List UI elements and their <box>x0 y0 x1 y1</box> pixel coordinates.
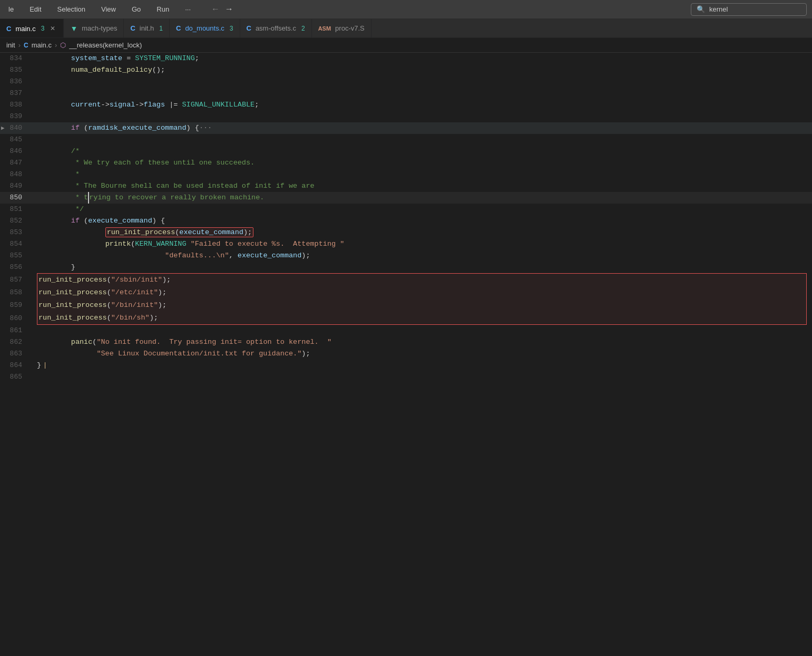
line-number-852: 852 <box>0 215 32 227</box>
code-line-865: 865 <box>0 371 812 383</box>
line-number-859: 859 <box>0 300 32 311</box>
search-input[interactable] <box>709 5 794 13</box>
code-content-838: current->signal->flags |= SIGNAL_UNKILLA… <box>32 99 812 111</box>
c-icon-2: C <box>130 24 135 32</box>
line-number-861: 861 <box>0 325 32 336</box>
tab-label-mach-types: mach-types <box>82 24 117 32</box>
menu-item-edit[interactable]: Edit <box>26 3 44 15</box>
code-area: 834 system_state = SYSTEM_RUNNING; 835 n… <box>0 53 812 656</box>
line-number-858: 858 <box>0 287 32 298</box>
menu-bar: le Edit Selection View Go Run ··· <box>5 3 194 15</box>
line-number-857: 857 <box>0 274 32 286</box>
code-content-840: if (ramdisk_execute_command) {··· <box>32 122 812 134</box>
menu-item-view[interactable]: View <box>98 3 119 15</box>
tab-badge-do-mounts-c: 3 <box>230 25 233 32</box>
code-line-834: 834 system_state = SYSTEM_RUNNING; <box>0 53 812 64</box>
code-content-862: panic("No init found. Try passing init= … <box>32 336 812 348</box>
code-line-860: 860 run_init_process("/bin/sh"); <box>0 312 812 325</box>
code-line-851: 851 */ <box>0 204 812 215</box>
code-line-848: 848 * <box>0 169 812 180</box>
tab-mach-types[interactable]: ▼ mach-types <box>64 19 124 37</box>
code-line-852: 852 if (execute_command) { <box>0 215 812 227</box>
code-content-857: run_init_process("/sbin/init"); <box>32 273 812 286</box>
tab-badge-asm-offsets-c: 2 <box>301 25 305 32</box>
line-number-836: 836 <box>0 76 32 88</box>
collapse-arrow-840[interactable]: ▶ <box>1 122 5 134</box>
code-line-840: ▶ 840 if (ramdisk_execute_command) {··· <box>0 122 812 134</box>
menu-item-run[interactable]: Run <box>153 3 172 15</box>
code-content-863: "See Linux Documentation/init.txt for gu… <box>32 348 812 360</box>
code-line-858: 858 run_init_process("/etc/init"); <box>0 286 812 299</box>
tab-close-main-c[interactable]: ✕ <box>48 24 57 33</box>
line-number-850: 850 <box>0 192 32 204</box>
line-number-849: 849 <box>0 180 32 192</box>
breadcrumb-main-c[interactable]: main.c <box>32 41 52 49</box>
line-number-838: 838 <box>0 99 32 111</box>
menu-item-le[interactable]: le <box>5 3 17 15</box>
code-line-838: 838 current->signal->flags |= SIGNAL_UNK… <box>0 99 812 111</box>
code-line-864: 864 }| <box>0 360 812 371</box>
line-number-863: 863 <box>0 348 32 360</box>
breadcrumb-sep-2: › <box>55 41 57 49</box>
nav-arrows: ← → <box>210 4 234 15</box>
breadcrumb-init[interactable]: init <box>6 41 15 49</box>
tab-badge-init-h: 1 <box>159 25 163 32</box>
code-line-863: 863 "See Linux Documentation/init.txt fo… <box>0 348 812 360</box>
menu-item-go[interactable]: Go <box>129 3 144 15</box>
code-line-850: 850 * t rying to recover a really broken… <box>0 192 812 204</box>
code-line-835: 835 numa_default_policy(); <box>0 64 812 76</box>
code-content-855: "defaults...\n", execute_command); <box>32 250 812 262</box>
breadcrumb: init › C main.c › ⬡ __releases(kernel_lo… <box>0 38 812 53</box>
line-number-840: ▶ 840 <box>0 122 32 134</box>
code-line-861: 861 <box>0 325 812 336</box>
tab-label-asm-offsets-c: asm-offsets.c <box>256 24 296 32</box>
back-arrow[interactable]: ← <box>210 4 221 15</box>
code-line-853: 853 run_init_process(execute_command); <box>0 227 812 238</box>
forward-arrow[interactable]: → <box>223 4 235 15</box>
tab-do-mounts-c[interactable]: C do_mounts.c 3 <box>170 19 240 37</box>
breadcrumb-c-icon: C <box>24 42 28 49</box>
line-number-854: 854 <box>0 238 32 250</box>
line-number-834: 834 <box>0 53 32 64</box>
code-content-849: * The Bourne shell can be used instead o… <box>32 180 812 192</box>
line-number-865: 865 <box>0 371 32 383</box>
search-icon: 🔍 <box>697 5 705 14</box>
line-number-845: 845 <box>0 134 32 146</box>
code-content-860: run_init_process("/bin/sh"); <box>32 312 812 325</box>
code-line-854: 854 printk(KERN_WARNING "Failed to execu… <box>0 238 812 250</box>
code-content-856: } <box>32 262 812 273</box>
code-content-835: numa_default_policy(); <box>32 64 812 76</box>
code-line-839: 839 <box>0 111 812 122</box>
line-number-839: 839 <box>0 111 32 122</box>
code-line-862: 862 panic("No init found. Try passing in… <box>0 336 812 348</box>
code-content-834: system_state = SYSTEM_RUNNING; <box>32 53 812 64</box>
code-content-848: * <box>32 169 812 180</box>
code-line-845: 845 <box>0 134 812 146</box>
tab-proc-v7-s[interactable]: ASM proc-v7.S <box>312 19 371 37</box>
code-content-846: /* <box>32 146 812 157</box>
tab-bar: C main.c 3 ✕ ▼ mach-types C init.h 1 C d… <box>0 18 812 38</box>
tab-init-h[interactable]: C init.h 1 <box>124 19 170 37</box>
menu-item-more[interactable]: ··· <box>182 3 194 15</box>
code-content-847: * We try each of these until one succeed… <box>32 157 812 169</box>
line-number-848: 848 <box>0 169 32 180</box>
breadcrumb-function[interactable]: __releases(kernel_lock) <box>69 41 142 49</box>
line-number-862: 862 <box>0 336 32 348</box>
breadcrumb-cube-icon: ⬡ <box>60 41 66 49</box>
tab-label-main-c: main.c <box>15 25 35 33</box>
line-number-864: 864 <box>0 360 32 371</box>
code-line-856: 856 } <box>0 262 812 273</box>
line-number-853: 853 <box>0 227 32 238</box>
title-bar: le Edit Selection View Go Run ··· ← → 🔍 <box>0 0 812 18</box>
menu-item-selection[interactable]: Selection <box>54 3 89 15</box>
download-icon: ▼ <box>70 24 77 33</box>
code-content-864: }| <box>32 360 812 371</box>
code-line-857: 857 run_init_process("/sbin/init"); <box>0 273 812 286</box>
code-content-858: run_init_process("/etc/init"); <box>32 286 812 299</box>
line-number-856: 856 <box>0 262 32 273</box>
c-icon-4: C <box>247 24 251 32</box>
code-content-853: run_init_process(execute_command); <box>32 227 812 238</box>
tab-asm-offsets-c[interactable]: C asm-offsets.c 2 <box>240 19 312 37</box>
search-box[interactable]: 🔍 <box>691 3 807 16</box>
tab-main-c[interactable]: C main.c 3 ✕ <box>0 19 64 37</box>
